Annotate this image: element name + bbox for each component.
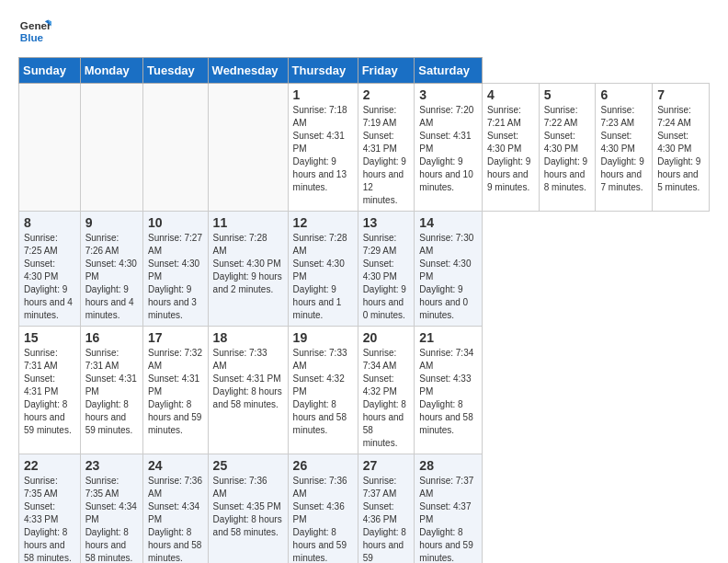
- day-number: 26: [293, 458, 353, 473]
- calendar-cell: 2Sunrise: 7:19 AMSunset: 4:31 PMDaylight…: [358, 84, 415, 212]
- day-info: Sunrise: 7:34 AMSunset: 4:33 PMDaylight:…: [419, 347, 477, 437]
- sunset-text: Sunset: 4:37 PM: [419, 501, 471, 524]
- sunset-text: Sunset: 4:30 PM: [487, 131, 521, 154]
- sunrise-text: Sunrise: 7:31 AM: [24, 348, 58, 371]
- column-header-saturday: Saturday: [415, 58, 483, 84]
- calendar-cell: 5Sunrise: 7:22 AMSunset: 4:30 PMDaylight…: [539, 84, 596, 212]
- daylight-text: Daylight: 9 hours and 5 minutes.: [657, 156, 700, 192]
- sunrise-text: Sunrise: 7:19 AM: [363, 105, 397, 128]
- sunrise-text: Sunrise: 7:37 AM: [363, 476, 397, 499]
- day-number: 21: [419, 330, 477, 345]
- day-info: Sunrise: 7:31 AMSunset: 4:31 PMDaylight:…: [24, 347, 75, 437]
- day-info: Sunrise: 7:36 AMSunset: 4:36 PMDaylight:…: [293, 475, 353, 563]
- daylight-text: Daylight: 8 hours and 58 minutes.: [24, 527, 72, 563]
- sunrise-text: Sunrise: 7:34 AM: [363, 348, 397, 371]
- sunrise-text: Sunrise: 7:34 AM: [419, 348, 473, 371]
- sunrise-text: Sunrise: 7:37 AM: [419, 476, 473, 499]
- calendar-week-2: 8Sunrise: 7:25 AMSunset: 4:30 PMDaylight…: [19, 212, 710, 327]
- sunrise-text: Sunrise: 7:29 AM: [363, 233, 397, 256]
- day-number: 18: [213, 330, 283, 345]
- daylight-text: Daylight: 8 hours and 58 minutes.: [148, 527, 201, 563]
- sunrise-text: Sunrise: 7:26 AM: [85, 233, 119, 256]
- day-info: Sunrise: 7:20 AMSunset: 4:31 PMDaylight:…: [419, 104, 477, 194]
- daylight-text: Daylight: 9 hours and 4 minutes.: [24, 284, 73, 320]
- daylight-text: Daylight: 8 hours and 58 minutes.: [419, 399, 472, 435]
- calendar-cell: 21Sunrise: 7:34 AMSunset: 4:33 PMDayligh…: [415, 327, 483, 454]
- sunset-text: Sunset: 4:34 PM: [148, 501, 199, 524]
- daylight-text: Daylight: 8 hours and 59 minutes.: [85, 399, 133, 435]
- daylight-text: Daylight: 9 hours and 1 minute.: [293, 284, 342, 320]
- calendar-cell: [80, 84, 142, 212]
- day-info: Sunrise: 7:31 AMSunset: 4:31 PMDaylight:…: [85, 347, 138, 437]
- sunrise-text: Sunrise: 7:23 AM: [600, 105, 634, 128]
- day-info: Sunrise: 7:26 AMSunset: 4:30 PMDaylight:…: [85, 232, 138, 322]
- calendar-cell: [143, 84, 209, 212]
- calendar-cell: 9Sunrise: 7:26 AMSunset: 4:30 PMDaylight…: [80, 212, 142, 327]
- sunrise-text: Sunrise: 7:35 AM: [24, 476, 58, 499]
- calendar-cell: 15Sunrise: 7:31 AMSunset: 4:31 PMDayligh…: [19, 327, 81, 454]
- daylight-text: Daylight: 8 hours and 59 minutes.: [419, 527, 472, 563]
- sunset-text: Sunset: 4:30 PM: [600, 131, 634, 154]
- day-number: 14: [419, 215, 477, 230]
- calendar-cell: 26Sunrise: 7:36 AMSunset: 4:36 PMDayligh…: [288, 454, 358, 564]
- day-number: 7: [657, 87, 704, 102]
- daylight-text: Daylight: 9 hours and 12 minutes.: [363, 156, 406, 205]
- day-number: 11: [213, 215, 283, 230]
- calendar-header-row: SundayMondayTuesdayWednesdayThursdayFrid…: [19, 58, 710, 84]
- day-info: Sunrise: 7:30 AMSunset: 4:30 PMDaylight:…: [419, 232, 477, 322]
- daylight-text: Daylight: 9 hours and 10 minutes.: [419, 156, 472, 192]
- calendar-table: SundayMondayTuesdayWednesdayThursdayFrid…: [18, 57, 710, 563]
- calendar-cell: 3Sunrise: 7:20 AMSunset: 4:31 PMDaylight…: [415, 84, 483, 212]
- day-number: 9: [85, 215, 138, 230]
- column-header-tuesday: Tuesday: [143, 58, 209, 84]
- calendar-cell: 12Sunrise: 7:28 AMSunset: 4:30 PMDayligh…: [288, 212, 358, 327]
- sunrise-text: Sunrise: 7:36 AM: [213, 476, 267, 499]
- calendar-body: 1Sunrise: 7:18 AMSunset: 4:31 PMDaylight…: [19, 84, 710, 564]
- calendar-cell: [19, 84, 81, 212]
- sunrise-text: Sunrise: 7:33 AM: [293, 348, 347, 371]
- day-number: 5: [544, 87, 591, 102]
- daylight-text: Daylight: 9 hours and 2 minutes.: [213, 271, 282, 294]
- calendar-cell: 8Sunrise: 7:25 AMSunset: 4:30 PMDaylight…: [19, 212, 81, 327]
- sunset-text: Sunset: 4:31 PM: [293, 131, 345, 154]
- day-info: Sunrise: 7:33 AMSunset: 4:32 PMDaylight:…: [293, 347, 353, 437]
- calendar-cell: 11Sunrise: 7:28 AMSunset: 4:30 PMDayligh…: [208, 212, 288, 327]
- day-number: 17: [148, 330, 203, 345]
- day-info: Sunrise: 7:37 AMSunset: 4:36 PMDaylight:…: [363, 475, 410, 563]
- daylight-text: Daylight: 9 hours and 0 minutes.: [419, 284, 468, 320]
- daylight-text: Daylight: 9 hours and 13 minutes.: [293, 156, 347, 192]
- sunrise-text: Sunrise: 7:28 AM: [293, 233, 347, 256]
- day-number: 6: [600, 87, 647, 102]
- sunset-text: Sunset: 4:32 PM: [293, 373, 345, 396]
- daylight-text: Daylight: 8 hours and 59 minutes.: [24, 399, 72, 435]
- sunset-text: Sunset: 4:30 PM: [419, 259, 471, 282]
- column-header-friday: Friday: [358, 58, 415, 84]
- sunset-text: Sunset: 4:30 PM: [148, 259, 199, 282]
- day-number: 12: [293, 215, 353, 230]
- sunset-text: Sunset: 4:30 PM: [544, 131, 578, 154]
- sunrise-text: Sunrise: 7:31 AM: [85, 348, 119, 371]
- day-number: 8: [24, 215, 75, 230]
- sunset-text: Sunset: 4:31 PM: [85, 373, 137, 396]
- day-number: 10: [148, 215, 203, 230]
- daylight-text: Daylight: 8 hours and 59 minutes.: [363, 527, 406, 563]
- calendar-week-4: 22Sunrise: 7:35 AMSunset: 4:33 PMDayligh…: [19, 454, 710, 564]
- calendar-cell: 20Sunrise: 7:34 AMSunset: 4:32 PMDayligh…: [358, 327, 415, 454]
- day-info: Sunrise: 7:24 AMSunset: 4:30 PMDaylight:…: [657, 104, 704, 194]
- sunrise-text: Sunrise: 7:35 AM: [85, 476, 119, 499]
- daylight-text: Daylight: 9 hours and 9 minutes.: [487, 156, 530, 192]
- day-info: Sunrise: 7:21 AMSunset: 4:30 PMDaylight:…: [487, 104, 534, 194]
- sunrise-text: Sunrise: 7:24 AM: [657, 105, 691, 128]
- day-number: 3: [419, 87, 477, 102]
- sunset-text: Sunset: 4:34 PM: [85, 501, 137, 524]
- sunset-text: Sunset: 4:31 PM: [148, 373, 199, 396]
- calendar-cell: 7Sunrise: 7:24 AMSunset: 4:30 PMDaylight…: [653, 84, 710, 212]
- day-number: 19: [293, 330, 353, 345]
- daylight-text: Daylight: 8 hours and 59 minutes.: [293, 527, 347, 563]
- calendar-cell: 25Sunrise: 7:36 AMSunset: 4:35 PMDayligh…: [208, 454, 288, 564]
- sunrise-text: Sunrise: 7:20 AM: [419, 105, 473, 128]
- day-info: Sunrise: 7:25 AMSunset: 4:30 PMDaylight:…: [24, 232, 75, 322]
- daylight-text: Daylight: 9 hours and 0 minutes.: [363, 284, 406, 320]
- day-number: 15: [24, 330, 75, 345]
- sunrise-text: Sunrise: 7:36 AM: [148, 476, 202, 499]
